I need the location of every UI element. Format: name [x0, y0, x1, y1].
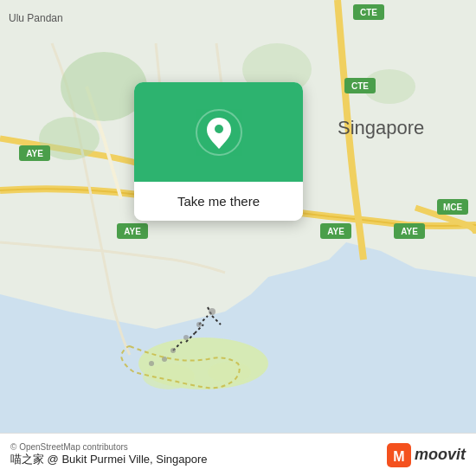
svg-text:M: M: [393, 449, 404, 464]
svg-text:AYE: AYE: [26, 149, 43, 158]
svg-point-32: [196, 322, 202, 327]
svg-point-4: [208, 362, 251, 383]
svg-text:Ulu Pandan: Ulu Pandan: [9, 12, 63, 24]
svg-text:AYE: AYE: [401, 227, 418, 236]
svg-point-36: [149, 361, 154, 366]
svg-point-31: [209, 308, 215, 315]
svg-text:AYE: AYE: [124, 227, 141, 236]
footer: © OpenStreetMap contributors 喵之家 @ Bukit…: [0, 433, 476, 476]
popup-green-area: [134, 82, 303, 182]
svg-text:Singapore: Singapore: [338, 117, 424, 138]
map-container: Singapore AYE AYE AYE AYE CTE CTE MCE Ul…: [0, 0, 476, 433]
svg-text:MCE: MCE: [443, 203, 463, 212]
moovit-logo: M moovit: [387, 443, 466, 467]
svg-text:CTE: CTE: [351, 81, 369, 91]
map-pin-icon: [196, 109, 242, 156]
moovit-icon: M: [387, 443, 411, 467]
svg-text:AYE: AYE: [327, 227, 344, 236]
copyright-text: © OpenStreetMap contributors: [10, 442, 208, 452]
svg-point-34: [170, 348, 176, 353]
location-text: 喵之家 @ Bukit Purmei Ville, Singapore: [10, 452, 208, 467]
svg-point-38: [215, 125, 223, 133]
svg-point-33: [183, 335, 189, 340]
svg-point-3: [143, 363, 195, 389]
moovit-text: moovit: [415, 446, 466, 464]
take-me-there-button[interactable]: Take me there: [134, 182, 303, 221]
popup-card: Take me there: [134, 82, 303, 221]
svg-text:CTE: CTE: [360, 8, 377, 17]
footer-left: © OpenStreetMap contributors 喵之家 @ Bukit…: [10, 442, 208, 467]
